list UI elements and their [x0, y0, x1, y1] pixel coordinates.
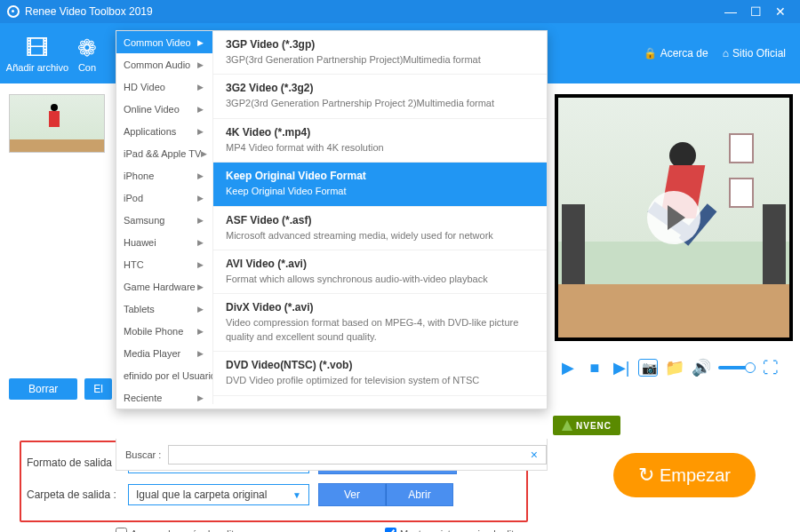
fullscreen-button[interactable]: ⛶ [761, 359, 780, 377]
nvenc-badge: NVENC [553, 416, 620, 435]
category-item[interactable]: Game Hardware▶ [116, 275, 212, 298]
close-button[interactable]: ✕ [768, 4, 793, 19]
shutdown-checkbox[interactable]: Apagar después de editar [116, 528, 243, 532]
open-folder-button[interactable]: 📁 [665, 358, 684, 377]
snapshot-button[interactable]: 📷 [638, 359, 658, 377]
play-overlay-icon[interactable] [647, 191, 700, 244]
category-item[interactable]: efinido por el Usuario▶ [116, 364, 212, 386]
minimize-button[interactable]: — [718, 4, 743, 19]
output-format-label: Formato de salida : [27, 457, 128, 469]
gear-icon: ❁ [77, 34, 97, 62]
output-folder-row: Carpeta de salida : Igual que la carpeta… [27, 481, 524, 508]
app-logo-icon [7, 5, 20, 18]
format-item[interactable]: ASF Video (*.asf)Microsoft advanced stre… [213, 207, 547, 250]
category-item[interactable]: iPhone▶ [116, 164, 212, 187]
toolbar-item-partial[interactable]: ❁ Con [69, 27, 105, 80]
app-title: Renee Video Toolbox 2019 [25, 5, 153, 18]
format-search-row: Buscar : × [116, 439, 548, 471]
format-item[interactable]: DVD Video(NTSC) (*.vob)DVD Video profile… [213, 352, 547, 395]
volume-button[interactable]: 🔊 [692, 358, 711, 377]
next-button[interactable]: ▶| [612, 358, 631, 377]
chevron-down-icon: ▼ [292, 490, 301, 500]
clear-search-icon[interactable]: × [531, 448, 538, 462]
start-label: Empezar [660, 465, 731, 486]
about-label: Acerca de [660, 47, 708, 60]
format-item[interactable]: 3GP Video (*.3gp)3GP(3rd Generation Part… [213, 31, 547, 75]
button-partial[interactable]: El [84, 378, 112, 400]
category-item[interactable]: Media Player▶ [116, 342, 212, 364]
format-item[interactable]: 4K Video (*.mp4)MP4 Video format with 4K… [213, 119, 547, 163]
toolbar-label: Con [78, 62, 96, 73]
format-item[interactable]: AVI Video (*.avi)Format which allows syn… [213, 250, 547, 294]
official-site-link[interactable]: ⌂ Sitio Oficial [723, 47, 786, 60]
format-item[interactable]: DivX Video (*.avi)Video compression form… [213, 294, 547, 352]
category-item[interactable]: Common Video▶ [116, 31, 212, 53]
format-item[interactable]: Keep Original Video FormatKeep Original … [213, 163, 547, 206]
add-file-button[interactable]: 🎞 Añadir archivo [5, 27, 69, 80]
category-item[interactable]: Huawei▶ [116, 231, 212, 253]
category-item[interactable]: HTC▶ [116, 253, 212, 275]
player-controls: ▶ ■ ▶| 📷 📁 🔊 ⛶ [555, 350, 793, 385]
output-folder-label: Carpeta de salida : [27, 488, 128, 501]
category-item[interactable]: Tablets▶ [116, 298, 212, 320]
output-folder-value: Igual que la carpeta original [136, 488, 267, 501]
site-label: Sitio Oficial [732, 47, 786, 60]
lock-icon: 🔒 [644, 47, 657, 60]
main-area: ▶ ■ ▶| 📷 📁 🔊 ⛶ Common Video▶Common Audio… [0, 83, 800, 532]
search-input[interactable] [168, 445, 546, 465]
category-column: Common Video▶Common Audio▶HD Video▶Onlin… [116, 31, 212, 409]
view-button[interactable]: Ver [318, 483, 386, 506]
category-item[interactable]: Mobile Phone▶ [116, 320, 212, 342]
volume-slider[interactable] [718, 366, 754, 369]
category-item[interactable]: Applications▶ [116, 120, 212, 142]
maximize-button[interactable]: ☐ [743, 4, 768, 19]
options-checkboxes: Apagar después de editar Mostrar vista p… [116, 528, 523, 532]
film-plus-icon: 🎞 [26, 34, 49, 62]
open-button[interactable]: Abrir [386, 483, 453, 506]
category-item[interactable]: Samsung▶ [116, 209, 212, 231]
video-preview[interactable] [555, 94, 793, 341]
category-item[interactable]: Common Audio▶ [116, 53, 212, 75]
search-label: Buscar : [125, 449, 161, 460]
format-item[interactable]: 3G2 Video (*.3g2)3GP2(3rd Generation Par… [213, 75, 547, 118]
format-dropdown-panel: Common Video▶Common Audio▶HD Video▶Onlin… [116, 30, 548, 409]
category-item[interactable]: HD Video▶ [116, 75, 212, 98]
output-folder-select[interactable]: Igual que la carpeta original ▼ [128, 484, 309, 505]
preview-checkbox[interactable]: Mostrar vista previa al editar [385, 528, 523, 532]
refresh-icon: ↻ [638, 464, 654, 487]
file-thumbnail[interactable] [9, 94, 105, 153]
category-item[interactable]: iPod▶ [116, 187, 212, 209]
format-column: 3GP Video (*.3gp)3GP(3rd Generation Part… [212, 31, 547, 404]
titlebar: Renee Video Toolbox 2019 — ☐ ✕ [0, 0, 800, 23]
stop-button[interactable]: ■ [585, 359, 604, 377]
start-button[interactable]: ↻ Empezar [613, 453, 756, 497]
category-item[interactable]: Reciente▶ [116, 386, 212, 409]
play-button[interactable]: ▶ [558, 358, 578, 377]
about-link[interactable]: 🔒 Acerca de [644, 47, 708, 60]
category-item[interactable]: iPad && Apple TV▶ [116, 142, 212, 164]
home-icon: ⌂ [723, 47, 729, 60]
delete-button[interactable]: Borrar [9, 378, 77, 400]
add-file-label: Añadir archivo [6, 62, 68, 73]
category-item[interactable]: Online Video▶ [116, 98, 212, 120]
